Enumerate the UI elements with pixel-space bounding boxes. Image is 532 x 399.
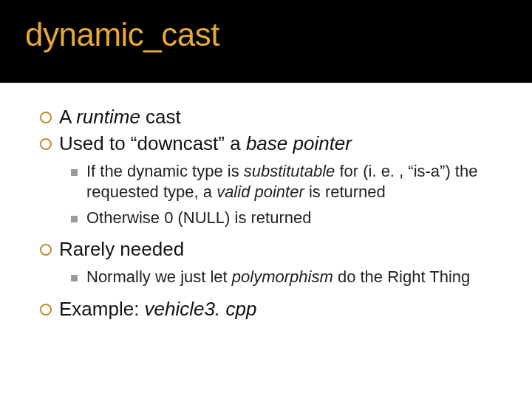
bullet-text: If the dynamic type is substitutable for… (86, 161, 502, 203)
circle-bullet-icon (40, 138, 52, 150)
square-bullet-icon (71, 169, 78, 176)
bullet-level1: Example: vehicle3. cpp (40, 297, 502, 322)
circle-bullet-icon (40, 244, 52, 256)
bullet-text: A runtime cast (59, 105, 502, 130)
square-bullet-icon (71, 275, 78, 282)
bullet-level1: Rarely needed (40, 237, 502, 262)
bullet-level2: If the dynamic type is substitutable for… (71, 161, 502, 203)
bullet-text: Otherwise 0 (NULL) is returned (86, 208, 502, 229)
slide-title: dynamic_cast (25, 16, 507, 53)
circle-bullet-icon (40, 304, 52, 316)
slide-body: A runtime castUsed to “downcast” a base … (0, 83, 532, 322)
bullet-text: Rarely needed (59, 237, 502, 262)
title-bar: dynamic_cast (0, 0, 532, 83)
square-bullet-icon (71, 216, 78, 222)
bullet-level1: A runtime cast (40, 105, 502, 130)
bullet-text: Example: vehicle3. cpp (59, 297, 502, 322)
bullet-level2: Normally we just let polymorphism do the… (71, 267, 502, 288)
bullet-text: Used to “downcast” a base pointer (59, 132, 502, 157)
bullet-level1: Used to “downcast” a base pointer (40, 132, 502, 157)
circle-bullet-icon (40, 112, 52, 123)
bullet-text: Normally we just let polymorphism do the… (86, 267, 502, 288)
bullet-level2: Otherwise 0 (NULL) is returned (71, 208, 502, 229)
